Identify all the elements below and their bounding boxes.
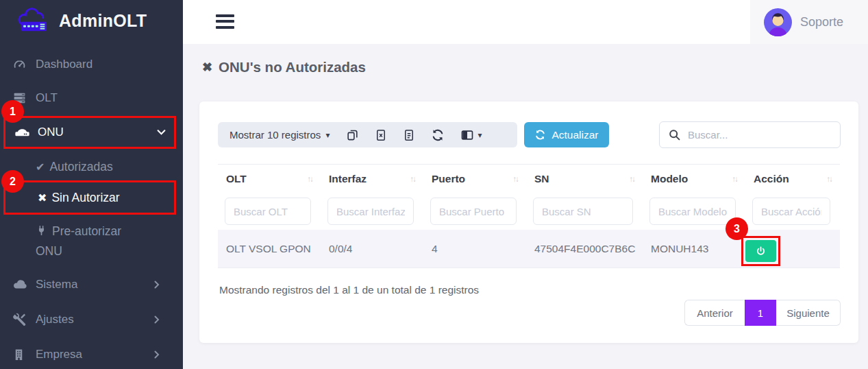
column-header-sn[interactable]: SN↑↓ xyxy=(526,173,643,185)
filter-accion-input[interactable] xyxy=(752,198,830,225)
column-header-puerto[interactable]: Puerto↑↓ xyxy=(423,173,526,185)
search-icon xyxy=(668,128,681,141)
annotation-badge-3: 3 xyxy=(726,217,748,240)
global-search xyxy=(659,121,841,148)
sidebar-item-onu[interactable]: ONU xyxy=(2,118,185,147)
pagination-prev-button[interactable]: Anterior xyxy=(684,300,745,326)
caret-down-icon: ▾ xyxy=(325,130,330,140)
chevron-right-icon xyxy=(154,316,160,324)
sidebar: AdminOLT Dashboard OLT ONU xyxy=(0,0,183,369)
sidebar-item-sin-autorizar[interactable]: ✖Sin Autorizar xyxy=(2,188,160,208)
page-title: ✖ ONU's no Autorizadas xyxy=(202,59,366,75)
onu-table-card: Mostrar 10 registros ▾ xyxy=(199,102,858,343)
sort-icon[interactable]: ↑↓ xyxy=(513,175,519,183)
pagination-page-1[interactable]: 1 xyxy=(745,300,776,326)
cell-sn: 47504F4E000C7B6C xyxy=(526,243,643,255)
pagination: Anterior 1 Siguiente xyxy=(684,300,841,326)
filter-olt-input[interactable] xyxy=(225,198,311,225)
sidebar-item-label: Sistema xyxy=(36,278,77,291)
check-icon: ✔ xyxy=(36,157,45,177)
brand-name: AdminOLT xyxy=(59,11,147,31)
onu-device-icon xyxy=(14,125,31,141)
column-header-interfaz[interactable]: Interfaz↑↓ xyxy=(321,173,423,185)
sidebar-item-label: Pre-autorizar ONU xyxy=(36,224,121,258)
search-input[interactable] xyxy=(688,129,832,141)
filter-interfaz-input[interactable] xyxy=(327,198,414,225)
table-summary: Mostrando registros del 1 al 1 de un tot… xyxy=(219,284,479,296)
sort-icon[interactable]: ↑↓ xyxy=(630,175,635,183)
excel-export-button[interactable] xyxy=(375,129,387,141)
file-export-button[interactable] xyxy=(403,129,415,141)
sort-icon[interactable]: ↑↓ xyxy=(827,175,832,183)
sidebar-item-label: Ajustes xyxy=(36,313,74,326)
sidebar-item-label: Dashboard xyxy=(36,58,92,71)
authorize-power-button[interactable] xyxy=(745,240,776,262)
copy-button[interactable] xyxy=(346,128,359,141)
actualizar-button[interactable]: Actualizar xyxy=(524,122,609,147)
sidebar-item-olt[interactable]: OLT xyxy=(0,87,183,109)
filter-puerto-input[interactable] xyxy=(430,198,517,225)
sidebar-item-pre-autorizar[interactable]: Pre-autorizar ONU xyxy=(0,222,137,261)
page-title-text: ONU's no Autorizadas xyxy=(219,59,366,75)
main-content: ✖ ONU's no Autorizadas Mostrar 10 regist… xyxy=(183,44,868,369)
pagination-next-button[interactable]: Siguiente xyxy=(776,300,841,326)
tools-icon xyxy=(12,313,29,327)
annotation-badge-1: 1 xyxy=(1,100,24,123)
sidebar-item-label: ONU xyxy=(38,126,64,139)
cell-puerto: 4 xyxy=(423,243,526,255)
chevron-right-icon xyxy=(154,281,160,289)
caret-down-icon: ▾ xyxy=(478,130,482,140)
close-icon: ✖ xyxy=(202,60,212,75)
plug-icon xyxy=(36,223,47,243)
cell-olt: OLT VSOL GPON xyxy=(218,243,321,255)
sidebar-item-label: Empresa xyxy=(36,348,82,361)
table-header-row: OLT↑↓ Interfaz↑↓ Puerto↑↓ SN↑↓ Modelo↑↓ … xyxy=(218,164,840,193)
avatar xyxy=(764,8,792,36)
user-menu[interactable]: Soporte xyxy=(750,0,868,44)
cloud-icon xyxy=(12,277,29,292)
annotation-rect-sin-autorizar: ✖Sin Autorizar xyxy=(3,180,176,215)
cell-modelo: MONUH143 xyxy=(643,243,745,255)
filter-modelo-input[interactable] xyxy=(649,198,736,225)
building-icon xyxy=(12,348,29,361)
annotation-rect-power xyxy=(741,236,780,266)
user-name: Soporte xyxy=(800,15,843,29)
close-icon: ✖ xyxy=(38,188,47,208)
column-header-modelo[interactable]: Modelo↑↓ xyxy=(643,173,745,185)
export-buttons: ▾ xyxy=(346,128,482,142)
cloud-router-logo-icon xyxy=(16,7,53,34)
sidebar-item-empresa[interactable]: Empresa xyxy=(0,344,183,366)
topbar: Soporte xyxy=(183,0,868,44)
sort-icon[interactable]: ↑↓ xyxy=(410,175,416,183)
cell-interfaz: 0/0/4 xyxy=(321,243,423,255)
gauge-icon xyxy=(12,58,29,72)
actualizar-label: Actualizar xyxy=(551,129,598,141)
sidebar-item-ajustes[interactable]: Ajustes xyxy=(0,309,183,331)
chevron-right-icon xyxy=(154,350,160,359)
column-header-olt[interactable]: OLT↑↓ xyxy=(218,173,321,185)
chevron-down-icon xyxy=(157,130,166,136)
sidebar-item-label: Sin Autorizar xyxy=(51,191,119,204)
sidebar-item-autorizadas[interactable]: ✔Autorizadas xyxy=(0,157,158,177)
show-entries-label: Mostrar 10 registros xyxy=(230,129,321,141)
annotation-rect-onu: ONU xyxy=(3,116,176,149)
table-toolbar: Mostrar 10 registros ▾ xyxy=(218,122,517,147)
hamburger-menu-icon[interactable] xyxy=(216,14,234,32)
sidebar-item-sistema[interactable]: Sistema xyxy=(0,274,183,296)
column-visibility-button[interactable]: ▾ xyxy=(460,128,482,142)
sidebar-item-dashboard[interactable]: Dashboard xyxy=(0,53,183,75)
filter-sn-input[interactable] xyxy=(533,198,633,225)
sidebar-item-label: OLT xyxy=(36,91,58,105)
brand-logo[interactable]: AdminOLT xyxy=(16,7,147,34)
reload-button[interactable] xyxy=(431,128,445,142)
sort-icon[interactable]: ↑↓ xyxy=(732,175,738,183)
show-entries-dropdown[interactable]: Mostrar 10 registros ▾ xyxy=(218,129,330,141)
admin-olt-app: AdminOLT Dashboard OLT ONU xyxy=(0,0,868,369)
sort-icon[interactable]: ↑↓ xyxy=(308,175,313,183)
column-header-accion[interactable]: Acción↑↓ xyxy=(745,173,840,185)
annotation-badge-2: 2 xyxy=(1,170,24,193)
sidebar-item-label: Autorizadas xyxy=(49,160,112,174)
